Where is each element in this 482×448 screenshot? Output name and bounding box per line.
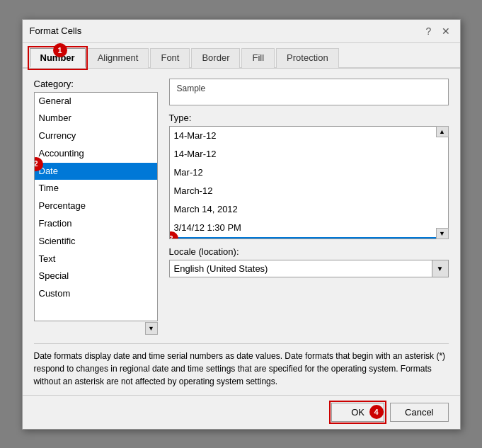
type-item-7[interactable]: 3/14/12 13:30 3 xyxy=(170,237,448,239)
badge-4: 4 xyxy=(369,405,384,419)
category-item-time[interactable]: Time xyxy=(35,180,157,197)
tab-fill[interactable]: Fill xyxy=(241,48,275,68)
dialog-title: Format Cells xyxy=(30,25,82,36)
locale-select-wrapper: English (United States) ▼ xyxy=(169,260,449,277)
category-list[interactable]: General Number Currency Accounting Date … xyxy=(34,92,158,321)
title-bar: Format Cells ? ✕ xyxy=(23,20,460,43)
type-label: Type: xyxy=(169,113,449,123)
category-item-date[interactable]: Date 2 xyxy=(35,163,157,180)
close-button[interactable]: ✕ xyxy=(439,24,453,38)
type-item-1[interactable]: 14-Mar-12 xyxy=(170,127,448,145)
type-list[interactable]: 14-Mar-12 14-Mar-12 Mar-12 March-12 Marc… xyxy=(169,126,449,239)
category-item-accounting[interactable]: Accounting xyxy=(35,145,157,163)
type-item-2[interactable]: 14-Mar-12 xyxy=(170,145,448,163)
locale-select[interactable]: English (United States) xyxy=(169,260,449,277)
format-cells-dialog: Format Cells ? ✕ Number 1 Alignment Font… xyxy=(22,19,461,430)
tab-number[interactable]: Number 1 xyxy=(30,48,86,68)
type-list-wrapper: 14-Mar-12 14-Mar-12 Mar-12 March-12 Marc… xyxy=(169,126,449,239)
content-area: Category: General Number Currency Accoun… xyxy=(23,69,460,395)
button-bar: 4 OK Cancel xyxy=(23,395,460,429)
category-item-currency[interactable]: Currency xyxy=(35,127,157,145)
main-area: Category: General Number Currency Accoun… xyxy=(34,79,449,335)
badge-1: 1 xyxy=(53,43,67,57)
title-bar-right: ? ✕ xyxy=(422,24,453,38)
type-section: Type: 14-Mar-12 14-Mar-12 Mar-12 March-1… xyxy=(169,113,449,239)
category-item-scientific[interactable]: Scientific xyxy=(35,233,157,251)
tab-font[interactable]: Font xyxy=(150,48,190,68)
tab-bar: Number 1 Alignment Font Border Fill Prot… xyxy=(23,43,460,69)
right-panel: Sample Type: 14-Mar-12 14-Mar-12 Mar-12 … xyxy=(169,79,449,335)
cancel-button[interactable]: Cancel xyxy=(390,403,448,422)
category-item-fraction[interactable]: Fraction xyxy=(35,215,157,233)
left-panel: Category: General Number Currency Accoun… xyxy=(34,79,158,335)
category-item-special[interactable]: Special xyxy=(35,268,157,285)
title-bar-left: Format Cells xyxy=(30,25,82,36)
help-button[interactable]: ? xyxy=(422,24,436,38)
type-scroll-up[interactable]: ▲ xyxy=(436,126,449,137)
type-item-3[interactable]: Mar-12 xyxy=(170,163,448,182)
category-item-number[interactable]: Number xyxy=(35,110,157,127)
tab-number-wrapper: Number 1 xyxy=(30,47,87,67)
type-item-5[interactable]: March 14, 2012 xyxy=(170,200,448,219)
sample-label: Sample xyxy=(177,84,441,93)
category-item-general[interactable]: General xyxy=(35,93,157,110)
tab-alignment[interactable]: Alignment xyxy=(87,48,149,68)
locale-section: Locale (location): English (United State… xyxy=(169,246,449,277)
category-item-text[interactable]: Text xyxy=(35,251,157,268)
type-item-4[interactable]: March-12 xyxy=(170,182,448,200)
tab-protection[interactable]: Protection xyxy=(276,48,339,68)
sample-section: Sample xyxy=(169,79,449,105)
category-scroll-down[interactable]: ▼ xyxy=(145,322,158,335)
category-item-percentage[interactable]: Percentage xyxy=(35,197,157,215)
type-scroll-down[interactable]: ▼ xyxy=(436,228,449,239)
tab-border[interactable]: Border xyxy=(191,48,240,68)
type-item-6[interactable]: 3/14/12 1:30 PM xyxy=(170,219,448,237)
description-text: Date formats display date and time seria… xyxy=(34,343,449,388)
category-label: Category: xyxy=(34,79,158,89)
category-item-custom[interactable]: Custom xyxy=(35,285,157,303)
locale-label: Locale (location): xyxy=(169,246,449,257)
